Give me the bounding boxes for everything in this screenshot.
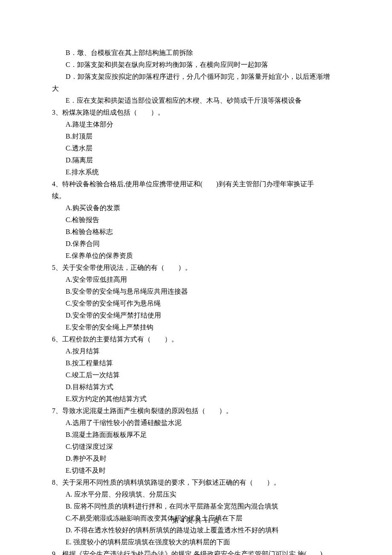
text-line: B.封顶层 <box>52 130 340 142</box>
text-line: D.养护不及时 <box>52 453 340 465</box>
text-line: D. 不得在透水性较好的填料所填筑的路堤边坡上覆盖透水性不好的填料 <box>52 524 340 536</box>
text-line: E.保养单位的保养资质 <box>52 250 340 262</box>
text-line: D.保养合同 <box>52 238 340 250</box>
text-line: E. 强度较小的填料层应填筑在强度较大的填料层的下面 <box>52 536 340 548</box>
page-footer: 第 4 页 共 11 页 <box>0 515 392 526</box>
text-line: C.竣工后一次结算 <box>52 369 340 381</box>
text-line: D.目标结算方式 <box>52 381 340 393</box>
text-line: E.切缝不及时 <box>52 465 340 477</box>
text-line: 9、根据《安全生产违法行为处罚办法》的规定,各级政府安全生产监管部门可以实 施(… <box>52 548 340 555</box>
text-line: A.按月结算 <box>52 345 340 357</box>
text-line: E.双方约定的其他结算方式 <box>52 393 340 405</box>
text-line: D.隔离层 <box>52 154 340 166</box>
text-line: 7、导致水泥混凝土路面产生横向裂缝的原因包括（ ）。 <box>52 405 340 417</box>
text-line: 3、粉煤灰路堤的组成包括（ ）。 <box>52 107 340 119</box>
text-line: E．应在支架和拱架适当部位设置相应的木楔、木马、砂筒或千斤顶等落模设备 <box>52 95 340 107</box>
text-line: A.路堤主体部分 <box>52 119 340 130</box>
text-line: A. 应水平分层、分段填筑、分层压实 <box>52 489 340 500</box>
text-line: C．卸落支架和拱架在纵向应对称均衡卸落，在横向应同时一起卸落 <box>52 59 340 71</box>
text-line: A.购买设备的发票 <box>52 202 340 214</box>
text-line: B.检验合格标志 <box>52 226 340 238</box>
text-line: C.透水层 <box>52 142 340 154</box>
text-line: C.安全带的安全绳可作为悬吊绳 <box>52 298 340 309</box>
text-line: 4、特种设备检验合格后,使用单位应携带使用证和( )到有关主管部门办理年审换证手 <box>52 178 340 190</box>
text-line: 5、关于安全带使用说法，正确的有（ ）。 <box>52 262 340 274</box>
text-line: B.安全带的安全绳与悬吊绳应共用连接器 <box>52 286 340 298</box>
text-line: A.选用了干缩性较小的普通硅酸盐水泥 <box>52 417 340 429</box>
text-line: D.安全带的安全绳严禁打结使用 <box>52 309 340 321</box>
text-line: E.安全带的安全绳上严禁挂钩 <box>52 321 340 333</box>
text-line: 大 <box>52 83 340 95</box>
text-line: A.安全带应低挂高用 <box>52 274 340 286</box>
text-line: C.切缝深度过深 <box>52 441 340 453</box>
text-line: D．卸落支架应按拟定的卸落程序进行，分几个循环卸完，卸落量开始宜小，以后逐渐增 <box>52 71 340 83</box>
text-line: B.混凝土路面面板板厚不足 <box>52 429 340 441</box>
text-line: E.排水系统 <box>52 166 340 178</box>
text-line: B.按工程量结算 <box>52 357 340 369</box>
text-line: 续。 <box>52 190 340 202</box>
text-line: 8、关于采用不同性质的填料填筑路堤的要求，下列叙述正确的有（ ）。 <box>52 477 340 489</box>
text-line: 6、工程价款的主要结算方式有（ ）。 <box>52 333 340 345</box>
text-line: B．墩、台模板宜在其上部结构施工前拆除 <box>52 47 340 59</box>
text-line: B. 应将不同性质的填料进行拌和，在同水平层路基全宽范围内混合填筑 <box>52 500 340 512</box>
document-body: B．墩、台模板宜在其上部结构施工前拆除C．卸落支架和拱架在纵向应对称均衡卸落，在… <box>52 47 340 555</box>
text-line: C.检验报告 <box>52 214 340 226</box>
